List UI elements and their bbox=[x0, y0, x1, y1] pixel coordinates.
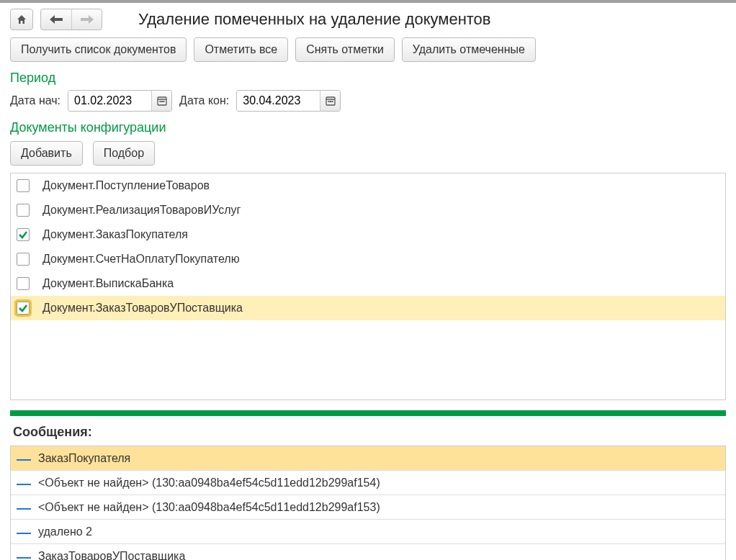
section-divider bbox=[10, 410, 726, 416]
message-text: <Объект не найден> (130:aa0948ba4ef54c5d… bbox=[38, 501, 380, 514]
message-row[interactable]: —ЗаказПокупателя bbox=[11, 446, 725, 471]
message-row[interactable]: —ЗаказТоваровУПоставщика bbox=[11, 544, 725, 560]
document-row[interactable]: Документ.ПоступлениеТоваров bbox=[11, 173, 725, 198]
header: Удаление помеченных на удаление документ… bbox=[0, 3, 736, 35]
messages-list[interactable]: —ЗаказПокупателя—<Объект не найден> (130… bbox=[10, 446, 726, 560]
message-row[interactable]: —<Объект не найден> (130:aa0948ba4ef54c5… bbox=[11, 495, 725, 520]
period-section-label: Период bbox=[0, 69, 736, 89]
document-row-label: Документ.ЗаказТоваровУПоставщика bbox=[42, 302, 243, 315]
document-row[interactable]: Документ.ЗаказТоваровУПоставщика bbox=[11, 296, 725, 320]
svg-rect-0 bbox=[158, 97, 166, 105]
date-start-calendar-button[interactable] bbox=[151, 91, 171, 111]
pick-button[interactable]: Подбор bbox=[93, 141, 155, 166]
date-start-wrap bbox=[68, 90, 172, 112]
minus-icon: — bbox=[18, 549, 30, 561]
add-button[interactable]: Добавить bbox=[10, 141, 83, 166]
document-row-label: Документ.ПоступлениеТоваров bbox=[42, 179, 210, 192]
period-row: Дата нач: Дата кон: bbox=[0, 89, 736, 119]
svg-rect-3 bbox=[161, 101, 163, 102]
document-row-label: Документ.СчетНаОплатуПокупателю bbox=[42, 253, 240, 266]
svg-rect-5 bbox=[326, 97, 335, 105]
minus-icon: — bbox=[18, 476, 30, 490]
minus-icon: — bbox=[18, 525, 30, 539]
main-toolbar: Получить список документов Отметить все … bbox=[0, 35, 736, 69]
minus-icon: — bbox=[18, 451, 30, 466]
document-row[interactable]: Документ.РеализацияТоваровИУслуг bbox=[11, 198, 725, 222]
unmark-all-button[interactable]: Снять отметки bbox=[295, 37, 395, 62]
arrow-right-icon bbox=[81, 15, 94, 24]
minus-icon: — bbox=[18, 500, 30, 515]
page-title: Удаление помеченных на удаление документ… bbox=[138, 10, 491, 29]
calendar-icon bbox=[326, 96, 336, 106]
date-start-input[interactable] bbox=[68, 91, 151, 111]
message-text: удалено 2 bbox=[38, 525, 92, 538]
mark-all-button[interactable]: Отметить все bbox=[194, 37, 288, 62]
message-row[interactable]: —<Объект не найден> (130:aa0948ba4ef54c5… bbox=[11, 471, 725, 495]
message-row[interactable]: —удалено 2 bbox=[11, 520, 725, 544]
document-row-label: Документ.ЗаказПокупателя bbox=[42, 228, 188, 241]
back-button[interactable] bbox=[41, 9, 71, 30]
docs-section-label: Документы конфигурации bbox=[0, 119, 736, 138]
svg-rect-7 bbox=[328, 101, 329, 102]
date-start-label: Дата нач: bbox=[10, 94, 60, 107]
document-row[interactable]: Документ.СчетНаОплатуПокупателю bbox=[11, 247, 725, 271]
date-end-input[interactable] bbox=[237, 91, 320, 111]
date-end-wrap bbox=[236, 90, 341, 112]
message-text: <Объект не найден> (130:aa0948ba4ef54c5d… bbox=[38, 477, 380, 489]
document-row-label: Документ.ВыпискаБанка bbox=[42, 277, 174, 290]
document-list[interactable]: Документ.ПоступлениеТоваровДокумент.Реал… bbox=[10, 173, 726, 400]
row-checkbox[interactable] bbox=[17, 179, 30, 192]
document-row[interactable]: Документ.ЗаказПокупателя bbox=[11, 222, 725, 247]
get-documents-button[interactable]: Получить список документов bbox=[10, 37, 187, 62]
docs-toolbar: Добавить Подбор bbox=[0, 138, 736, 173]
calendar-icon bbox=[157, 96, 167, 106]
date-end-label: Дата кон: bbox=[179, 94, 229, 107]
row-checkbox[interactable] bbox=[17, 204, 30, 217]
svg-rect-4 bbox=[163, 101, 164, 102]
svg-rect-8 bbox=[330, 101, 331, 102]
messages-label: Сообщения: bbox=[0, 422, 736, 446]
delete-marked-button[interactable]: Удалить отмеченные bbox=[402, 37, 536, 62]
row-checkbox[interactable] bbox=[17, 277, 30, 290]
message-text: ЗаказТоваровУПоставщика bbox=[38, 550, 185, 561]
history-nav bbox=[40, 9, 102, 30]
date-end-calendar-button[interactable] bbox=[320, 91, 340, 111]
document-row[interactable]: Документ.ВыпискаБанка bbox=[11, 271, 725, 296]
row-checkbox[interactable] bbox=[17, 253, 30, 266]
svg-rect-2 bbox=[159, 101, 161, 102]
svg-rect-9 bbox=[331, 101, 333, 102]
arrow-left-icon bbox=[50, 15, 63, 24]
home-button[interactable] bbox=[10, 9, 33, 30]
home-icon bbox=[16, 14, 27, 25]
nav-group bbox=[10, 9, 102, 30]
document-row-label: Документ.РеализацияТоваровИУслуг bbox=[42, 204, 241, 217]
row-checkbox[interactable] bbox=[17, 302, 30, 315]
message-text: ЗаказПокупателя bbox=[38, 452, 130, 465]
row-checkbox[interactable] bbox=[17, 228, 30, 241]
forward-button[interactable] bbox=[71, 9, 102, 30]
